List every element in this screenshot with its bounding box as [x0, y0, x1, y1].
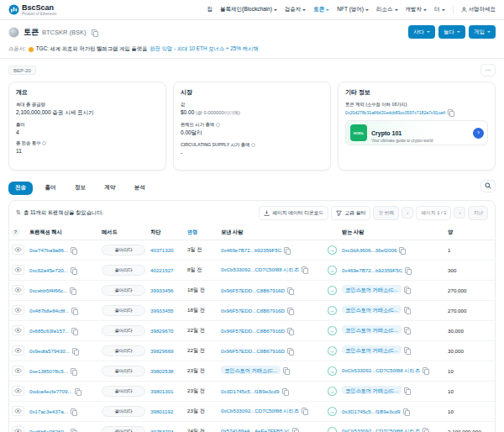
search-button[interactable]	[480, 180, 496, 192]
nav-home[interactable]: 집	[207, 6, 213, 13]
nav-blockchain[interactable]: 블록체인(Blockchain)	[220, 6, 277, 13]
bscscan-logo[interactable]: BscScan Product of Ethereum	[8, 4, 56, 16]
copy-icon[interactable]	[404, 327, 410, 333]
nav-validators[interactable]: 검증자	[285, 6, 307, 13]
copy-icon[interactable]	[287, 348, 293, 354]
block-link[interactable]: 39933455	[150, 308, 174, 313]
tab-analytics[interactable]: 분석	[128, 182, 152, 195]
tx-hash-link[interactable]: 0xd6b5e96260...	[29, 429, 68, 432]
to-address[interactable]: 코인스토어 거래소(C...	[342, 285, 402, 293]
copy-icon[interactable]	[302, 408, 307, 414]
block-link[interactable]: 39933456	[150, 287, 174, 293]
tab-holders[interactable]: 홀더	[38, 182, 62, 195]
block-link[interactable]: 39753793	[150, 429, 174, 432]
tx-preview-button[interactable]	[12, 406, 24, 416]
tx-hash-link[interactable]: 0xc62a45e720...	[29, 267, 68, 273]
copy-icon[interactable]	[71, 247, 76, 253]
block-link[interactable]: 39801301	[150, 388, 174, 394]
tx-preview-button[interactable]	[12, 265, 24, 275]
to-address[interactable]: 0xCb533092...CD7C50f88 시리즈	[342, 428, 420, 432]
to-address[interactable]: 0x469e7B72...b92359F5C	[342, 267, 402, 273]
to-address[interactable]: 코인스토어 거래소(C...	[342, 325, 402, 334]
tx-hash-link[interactable]: 0xe747ba9a86...	[29, 247, 68, 253]
from-address[interactable]: 0x469e7B72...b92359F5C	[221, 247, 281, 253]
tx-preview-button[interactable]	[12, 325, 24, 335]
copy-icon[interactable]	[405, 267, 411, 273]
copy-icon[interactable]	[71, 328, 77, 334]
pagination-last-button[interactable]: 지난	[468, 206, 488, 220]
advanced-filter-button[interactable]: 고급 필터	[331, 206, 370, 220]
block-link[interactable]: 39802538	[150, 368, 174, 374]
tx-preview-button[interactable]	[12, 245, 24, 255]
pagination-next-button[interactable]: ›	[454, 207, 465, 219]
copy-icon[interactable]	[71, 267, 76, 273]
ad-banner[interactable]: HODL Crypto 101 Your ultimate guide to c…	[345, 120, 488, 145]
help-icon[interactable]: ?	[12, 229, 19, 236]
block-link[interactable]: 39829670	[150, 328, 174, 334]
tx-hash-link[interactable]: 0x685c63fa157...	[29, 328, 69, 334]
copy-icon[interactable]	[71, 429, 76, 432]
copy-icon[interactable]	[72, 348, 78, 354]
nav-more[interactable]: 더	[434, 6, 445, 13]
column-age[interactable]: 연령	[185, 225, 218, 240]
tx-preview-button[interactable]	[12, 426, 24, 432]
copy-icon[interactable]	[448, 109, 454, 115]
pagination-prev-button[interactable]: ‹	[402, 207, 413, 219]
from-address[interactable]: 0x96F57EDD...C8B67916D	[221, 348, 285, 354]
copy-icon[interactable]	[287, 328, 293, 334]
nav-nft[interactable]: NFT (영어)	[337, 6, 369, 13]
copy-icon[interactable]	[404, 347, 410, 353]
tx-hash-link[interactable]: 0xe1385078c5...	[29, 368, 68, 374]
copy-icon[interactable]	[404, 387, 410, 393]
copy-icon[interactable]	[404, 307, 410, 313]
block-link[interactable]: 39801192	[150, 408, 173, 414]
copy-icon[interactable]	[287, 308, 293, 313]
to-address[interactable]: 0xCb533092...CD7C50f88 시리즈	[342, 367, 420, 373]
from-address[interactable]: 0xCb533092...CD7C50f88 시리즈	[221, 408, 299, 414]
tx-hash-link[interactable]: 0xdca4ecfe7709...	[29, 388, 72, 394]
contract-address-link[interactable]: 0x20d278c31a66d31edcb83cc0597c7182a7c91c…	[345, 110, 445, 115]
copy-icon[interactable]	[71, 368, 76, 374]
buy-button[interactable]: 사다	[408, 25, 435, 39]
copy-icon[interactable]	[287, 287, 293, 293]
copy-icon[interactable]	[71, 408, 76, 414]
tab-contract[interactable]: 계약	[97, 182, 122, 195]
tx-preview-button[interactable]	[12, 285, 24, 295]
sort-icon[interactable]: ⇅	[16, 209, 21, 216]
more-options-button[interactable]: ⋯	[480, 64, 496, 76]
from-address[interactable]: 0x574189aA...AeEe7FFB5 님	[221, 428, 290, 432]
copy-icon[interactable]	[292, 428, 298, 432]
tx-hash-link[interactable]: 0x17ac3e437a...	[29, 408, 68, 414]
to-address[interactable]: 코인스토어 거래소(C...	[342, 305, 402, 313]
nav-signin[interactable]: 서명하세요	[461, 6, 496, 13]
tx-preview-button[interactable]	[12, 366, 24, 376]
block-link[interactable]: 40371320	[150, 247, 174, 253]
from-address[interactable]: 0x96F57EDD...C8B67916D	[221, 328, 285, 334]
to-address[interactable]: 0xc0dA3606...36ef2006	[342, 247, 396, 253]
copy-icon[interactable]	[423, 367, 428, 373]
copy-icon[interactable]	[282, 388, 288, 394]
block-link[interactable]: 39829669	[150, 348, 174, 354]
copy-icon[interactable]	[399, 247, 405, 253]
tx-preview-button[interactable]	[12, 345, 24, 356]
copy-icon[interactable]	[283, 367, 289, 373]
pagination-first-button[interactable]: 첫 번째	[373, 206, 399, 220]
copy-icon[interactable]	[92, 29, 97, 35]
copy-icon[interactable]	[75, 388, 81, 394]
gaming-button[interactable]: 게임	[469, 25, 496, 39]
copy-icon[interactable]	[284, 247, 290, 253]
tx-hash-link[interactable]: 0x487b8e84c8f...	[29, 308, 69, 313]
copy-icon[interactable]	[70, 287, 76, 293]
from-address[interactable]: 0x96F57EDD...C8B67916D	[221, 308, 285, 313]
ad-arrow-icon[interactable]: ›	[473, 128, 484, 139]
tab-transfers[interactable]: 전송	[8, 182, 33, 195]
from-address[interactable]: 0x3D1745c5...f1B9e3cd9	[221, 388, 280, 394]
nav-developers[interactable]: 개발자	[406, 6, 428, 13]
tx-preview-button[interactable]	[12, 386, 24, 396]
tab-info[interactable]: 정보	[68, 182, 92, 195]
play-button[interactable]: 놀다	[438, 25, 465, 39]
to-address[interactable]: 0x3D1745c5...f1B9e3cd9	[342, 408, 401, 414]
nav-tokens[interactable]: 토큰	[313, 6, 329, 13]
copy-icon[interactable]	[403, 408, 409, 414]
download-page-data-button[interactable]: 페이지 데이터 다운로드	[259, 206, 328, 220]
